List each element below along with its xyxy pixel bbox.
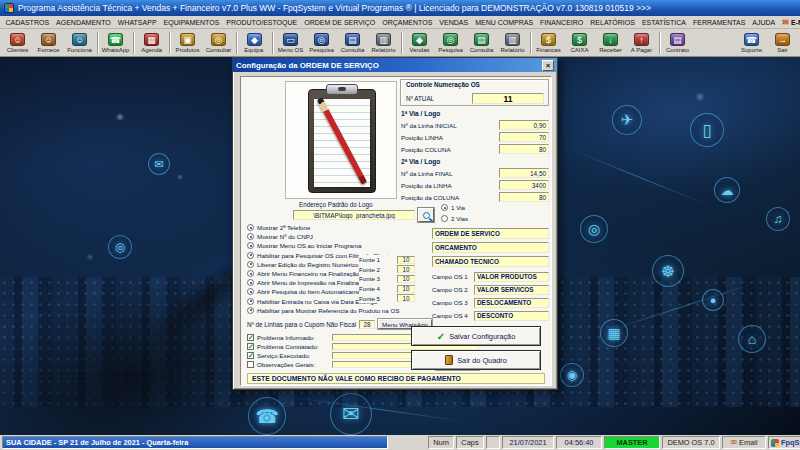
via-row-label: Posição da COLUNA (401, 194, 499, 201)
toolbar-relatorio[interactable]: ▥Relatório (368, 30, 399, 56)
fonte-field[interactable]: 10 (397, 265, 415, 273)
menu-item-menu-compras[interactable]: MENU COMPRAS (472, 19, 537, 26)
fonte-row-fonte-3: Fonte 310 (359, 274, 415, 284)
toolbar-relatorio[interactable]: ▥Relatório (497, 30, 528, 56)
fonte-row-fonte-1: Fonte 110 (359, 255, 415, 265)
close-icon[interactable]: × (542, 60, 554, 71)
current-number-label: Nº ATUAL (406, 95, 472, 102)
via-row-field[interactable]: 70 (499, 132, 549, 142)
via-row-label: Posição COLUNA (401, 146, 499, 153)
via-row-field[interactable]: 14,50 (499, 168, 549, 178)
toolbar-contrato[interactable]: ▤Contrato (662, 30, 693, 56)
status-blank (486, 436, 500, 449)
toolbar-consulta[interactable]: ▤Consulta (337, 30, 368, 56)
window-title: Programa Assistência Técnica + Vendas + … (18, 3, 651, 13)
via-row-field[interactable]: 0,90 (499, 120, 549, 130)
via-row-field[interactable]: 80 (499, 192, 549, 202)
menubar: CADASTROSAGENDAMENTOWHATSAPPEQUIPAMENTOS… (0, 16, 800, 29)
option-habilitar-para-mostrar-referencia-do-produto-na-os[interactable]: Habilitar para Mostrar Referencia do Pro… (247, 306, 437, 315)
sales-icon: ◆ (412, 33, 427, 46)
menu-item-relatorios[interactable]: RELATÓRIOS (587, 19, 639, 26)
menu-item-ferramentas[interactable]: FERRAMENTAS (689, 19, 748, 26)
campo-field[interactable]: VALOR PRODUTOS (474, 272, 549, 282)
doc-type-field-orcamento[interactable]: ORCAMENTO (432, 242, 549, 253)
option-mostrar-n-do-cnpj[interactable]: Mostrar Nº do CNPJ (247, 232, 437, 241)
product-search-icon: ◎ (211, 33, 226, 46)
option-mostrar-menu-os-ao-iniciar-programa[interactable]: Mostrar Menu OS ao Iniciar Programa (247, 241, 437, 250)
logo-browse-button[interactable] (418, 208, 434, 222)
toolbar-agenda[interactable]: ▦Agenda (136, 30, 167, 56)
menu-item-produto-estoque[interactable]: PRODUTO/ESTOQUE (223, 19, 301, 26)
campo-label: Campo OS 3 (432, 299, 472, 306)
via1-section: 1ª Via / Logo Nº da Linha INICIAL0,90Pos… (401, 110, 549, 155)
menu-item-email-label: E-MAIL (791, 19, 800, 26)
menu-item-equipamentos[interactable]: EQUIPAMENTOS (160, 19, 223, 26)
toolbar-sair[interactable]: →Sair (767, 30, 798, 56)
toolbar-produtos[interactable]: ▣Produtos (172, 30, 203, 56)
current-number-field[interactable]: 11 (472, 93, 544, 104)
fonte-field[interactable]: 10 (397, 285, 415, 293)
toolbar-clientes[interactable]: ☺Clientes (2, 30, 33, 56)
toolbar-fornece[interactable]: ☺Fornece (33, 30, 64, 56)
toolbar-consultar[interactable]: ◎Consultar (203, 30, 234, 56)
via-count-1-via[interactable]: 1 Via (441, 202, 468, 213)
dialog-titlebar[interactable]: Configuração da ORDEM DE SERVIÇO × (233, 58, 557, 72)
toolbar-caixa[interactable]: $CAIXA (564, 30, 595, 56)
toolbar-pesquisa[interactable]: ◎Pesquisa (435, 30, 466, 56)
menu-item-ajuda[interactable]: AJUDA (749, 19, 779, 26)
cupom-lines-field[interactable]: 28 (359, 320, 375, 329)
campo-field[interactable]: VALOR SERVICOS (474, 285, 549, 295)
menu-item-email[interactable]: ✉E-MAIL (779, 18, 800, 27)
via2-section: 2ª Via / Logo Nº da Linha FINAL14,50Posi… (401, 158, 549, 203)
option-label: Habilitar para Mostrar Referencia do Pro… (257, 307, 399, 314)
toolbar-menu-os[interactable]: ▭Menu OS (275, 30, 306, 56)
fonte-field[interactable]: 10 (397, 256, 415, 264)
via-row-field[interactable]: 80 (499, 144, 549, 154)
mail-icon: ✉ (730, 438, 737, 447)
via1-header: 1ª Via / Logo (401, 110, 549, 119)
finance-icon: $ (541, 33, 556, 46)
toolbar-label: Relatório (500, 47, 524, 53)
menu-item-orcamentos[interactable]: ORÇAMENTOS (379, 19, 436, 26)
via-row-field[interactable]: 3400 (499, 180, 549, 190)
campo-row-campo-os-3: Campo OS 3DESLOCAMENTO (432, 296, 549, 309)
toolbar-suporte[interactable]: ☎Suporte (736, 30, 767, 56)
menu-item-ordem-de-servico[interactable]: ORDEM DE SERVIÇO (301, 19, 379, 26)
menu-item-cadastros[interactable]: CADASTROS (2, 19, 53, 26)
employees-icon: ☺ (72, 33, 87, 46)
receivables-icon: ↓ (603, 33, 618, 46)
doc-type-field-chamado-tecnico[interactable]: CHAMADO TECNICO (432, 256, 549, 267)
option-mostrar-2-telefone[interactable]: Mostrar 2ª Telefone (247, 223, 437, 232)
menu-item-estatistica[interactable]: ESTATÍSTICA (638, 19, 689, 26)
toolbar-funciona[interactable]: ☺Funciona (64, 30, 95, 56)
document-disclaimer-banner: ESTE DOCUMENTO NÃO VALE COMO RECIBO DE P… (247, 373, 545, 384)
doc-type-field-ordem-de-servico[interactable]: ORDEM DE SERVICO (432, 228, 549, 239)
toolbar-separator (401, 32, 402, 54)
option-label: Mostrar Nº do CNPJ (257, 233, 313, 240)
toolbar-financas[interactable]: $Financas (533, 30, 564, 56)
fonte-field[interactable]: 10 (397, 275, 415, 283)
menu-item-agendamento[interactable]: AGENDAMENTO (53, 19, 115, 26)
save-config-button[interactable]: ✓ Salvar Configuração (411, 326, 541, 346)
campo-field[interactable]: DESCONTO (474, 311, 549, 321)
campo-row-campo-os-2: Campo OS 2VALOR SERVICOS (432, 283, 549, 296)
toolbar-equipa[interactable]: ◆Equipa. (239, 30, 270, 56)
toolbar-receber[interactable]: ↓Receber (595, 30, 626, 56)
toolbar-separator (272, 32, 273, 54)
fonte-field[interactable]: 10 (397, 294, 415, 302)
toolbar-whatsapp[interactable]: ☎WhatsApp (100, 30, 131, 56)
campo-field[interactable]: DESLOCAMENTO (474, 298, 549, 308)
exit-dialog-button[interactable]: Sair do Quadro (411, 350, 541, 370)
via-count-2-vias[interactable]: 2 Vias (441, 213, 468, 224)
toolbar-pesquisa[interactable]: ◎Pesquisa (306, 30, 337, 56)
logo-path-field[interactable]: \BITMAP\logo_prancheta.jpg (293, 210, 415, 220)
menu-item-financeiro[interactable]: FINANCEIRO (537, 19, 587, 26)
toolbar-label: Clientes (7, 47, 29, 53)
toolbar-a-pagar[interactable]: ↑A Pagar (626, 30, 657, 56)
status-email[interactable]: ✉ Email (722, 436, 766, 449)
menu-item-vendas[interactable]: VENDAS (436, 19, 472, 26)
menu-item-whatsapp[interactable]: WHATSAPP (114, 19, 160, 26)
home-icon: ⌂ (738, 325, 766, 353)
toolbar-consulta[interactable]: ▤Consulta (466, 30, 497, 56)
toolbar-vendas[interactable]: ◆Vendas (404, 30, 435, 56)
